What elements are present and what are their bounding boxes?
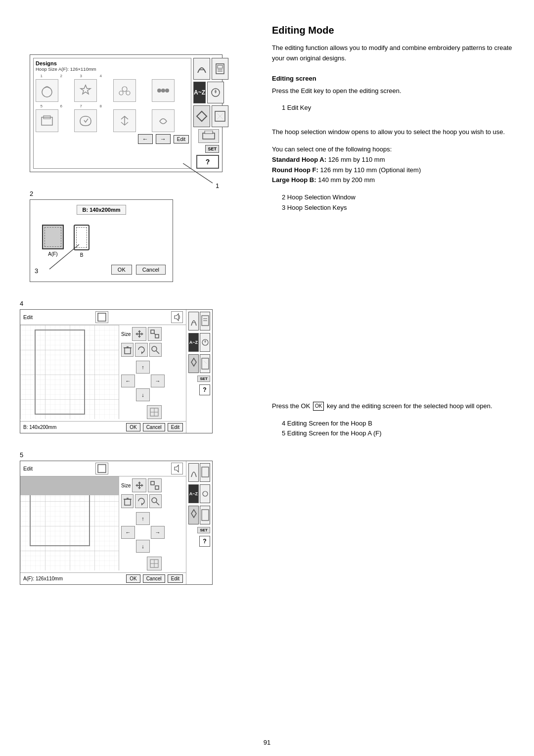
svg-point-0 [42,87,52,97]
edit-topbar-5: Edit [20,461,186,476]
designs-grid-row2 [36,109,189,132]
move-icon-4[interactable] [132,327,146,341]
edit-btn-screen1[interactable]: Edit [174,135,189,143]
sb-icon1-5[interactable] [188,463,199,482]
sb-icon4-5[interactable] [188,506,199,524]
scale-icon-5[interactable] [148,478,162,492]
sewing-icon-btn[interactable] [193,58,210,80]
design-cell-3[interactable] [113,79,136,102]
left-btn-4[interactable]: ← [121,375,135,387]
screen-designs: Designs Hoop Size A(F): 126×110mm 1 2 3 … [30,54,222,172]
extra-icon-5[interactable] [147,557,162,570]
right-btn-4[interactable]: → [151,375,165,387]
extra-icon-4[interactable] [147,405,162,419]
hoop-label-5: A(F): 126x110mm [23,576,63,581]
sb-icon3-4[interactable] [200,333,210,352]
rotate-icon-4[interactable] [135,343,147,357]
nav-prev-btn[interactable]: ← [138,134,153,144]
cancel-button-hoop[interactable]: Cancel [136,265,166,275]
rotate-icon-5[interactable] [135,494,147,508]
trash-row-4 [121,343,162,357]
ok-button-hoop[interactable]: OK [111,265,132,275]
scale-icon-4[interactable] [148,327,162,341]
numbered-item-3: 3 Hoop Selection Keys [282,203,514,213]
design-cell-5[interactable] [36,109,58,132]
set-btn-5[interactable]: SET [197,527,210,533]
cancel-btn-edit4[interactable]: Cancel [143,423,165,431]
up-btn-5[interactable]: ↑ [136,512,150,525]
memory-icon-btn[interactable] [212,58,228,80]
svg-marker-54 [141,503,143,506]
sb-icon2-4[interactable] [200,312,210,331]
design-cell-2[interactable] [74,79,97,102]
diagram-5-wrapper: 5 Edit [20,451,213,585]
edit-main-5: Edit [20,461,186,584]
up-btn-4[interactable]: ↑ [136,361,150,374]
zoom-icon-4[interactable] [149,343,162,357]
move-icon-5[interactable] [132,478,146,492]
hoop-icon-btn[interactable] [212,105,228,127]
body-suffix: key and the editing screen for the selec… [327,402,492,410]
size-row-5: Size [121,478,162,492]
trash-icon-5[interactable] [121,494,134,508]
designs-grid-row1 [36,79,189,102]
edit-btn-edit5[interactable]: Edit [168,574,183,583]
print-icon [198,129,219,143]
ok-btn-edit5[interactable]: OK [126,574,140,583]
design-cell-7[interactable] [113,109,136,132]
design-cell-6[interactable] [74,109,97,132]
size-label-5: Size [121,483,131,488]
right-column: Editing Mode The editing function allows… [262,15,534,741]
svg-rect-26 [155,334,159,338]
set-btn-4[interactable]: SET [197,376,210,382]
edit-topbar-4: Edit [20,310,186,325]
diamond-icon-btn[interactable] [193,105,210,127]
svg-line-27 [154,333,155,334]
page-number: 91 [0,739,534,746]
down-btn-4[interactable]: ↓ [136,388,150,401]
diagram-5-num: 5 [20,451,213,459]
sb-icon1-4[interactable] [188,312,199,331]
help-btn-4[interactable]: ? [199,384,210,395]
sb-icon3-5[interactable] [200,484,210,503]
design-cell-4[interactable] [152,79,175,102]
hoop-body1: The hoop selection window opens to allow… [272,127,514,138]
svg-rect-43 [202,358,209,369]
help-btn-5[interactable]: ? [199,536,210,547]
svg-marker-42 [191,358,196,366]
svg-rect-28 [125,348,131,354]
sb-icon4-4[interactable] [188,354,199,373]
left-btn-5[interactable]: ← [121,526,135,539]
standard-hoop-label: Standard Hoop A: [272,156,326,163]
az-btn[interactable]: A~Z [193,82,206,103]
hoop-section: The hoop selection window opens to allow… [272,127,514,213]
zoom-icon-5[interactable] [149,494,162,508]
embroidery-icon-btn[interactable] [207,82,224,103]
edit-btn-edit4[interactable]: Edit [168,423,183,431]
design-cell-8[interactable] [152,109,175,132]
svg-rect-18 [205,131,213,134]
nav-next-btn[interactable]: → [156,134,171,144]
sb-icon5-4[interactable] [200,354,210,373]
down-btn-5[interactable]: ↓ [136,540,150,553]
design-cell-1[interactable] [36,79,58,102]
hoop-top-icon-4 [95,311,108,323]
sb-icon5-5[interactable] [200,506,210,524]
svg-point-1 [122,87,127,92]
trash-icon-4[interactable] [121,343,134,357]
ok-btn-edit4[interactable]: OK [126,423,140,431]
az-btn-4[interactable]: A~Z [188,333,199,352]
sb-icon2-5[interactable] [200,463,210,482]
az-btn-5[interactable]: A~Z [188,484,199,503]
arrow-pad-4: ↑ ← → ↓ [121,361,162,401]
edit-sidebar-4: A~Z [186,310,212,433]
cancel-btn-edit5[interactable]: Cancel [143,574,165,583]
designs-bottom-bar: ← → Edit [36,134,189,144]
set-btn[interactable]: SET [205,145,219,153]
svg-rect-47 [20,495,119,570]
right-btn-5[interactable]: → [151,526,165,539]
hoop-top-icon-5 [95,463,108,474]
svg-rect-11 [218,65,222,68]
diagram-2-wrapper: 2 B: 140x200mm A(F) [30,190,173,282]
numbered-item-2: 2 Hoop Selection Window [282,192,514,203]
